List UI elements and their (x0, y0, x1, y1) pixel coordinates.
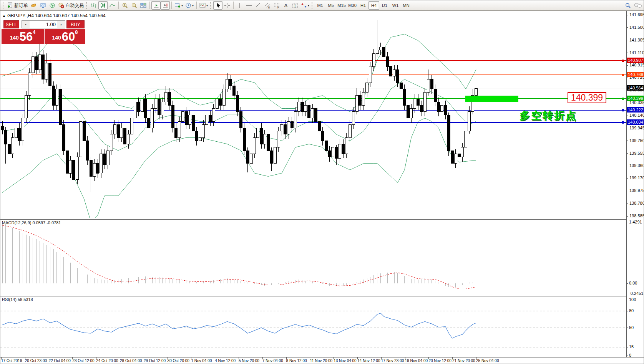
toolbar-separator (171, 2, 172, 9)
crosshair-button[interactable] (222, 1, 232, 10)
volume-input[interactable] (30, 21, 57, 28)
arrows-tool[interactable]: ▾ (300, 1, 310, 10)
rsi-panel[interactable]: RSI(14) 58.5318 (0, 296, 626, 357)
tab-w1[interactable]: W1 (390, 1, 401, 10)
price-tick-mark (627, 116, 628, 116)
channel-icon: E (264, 2, 271, 8)
fibonacci-icon: F (274, 2, 280, 8)
price-tick-mark (627, 103, 628, 103)
price-axis[interactable]: 141.695141.500141.305141.110140.915140.7… (626, 11, 644, 357)
price-tick-label: 140.140 (629, 113, 644, 117)
zoom-in-button[interactable] (120, 1, 129, 10)
sell-price-panel[interactable]: 140 56 4 (2, 29, 44, 44)
price-tick-label: 141.695 (629, 12, 644, 17)
auto-scroll-icon (153, 2, 159, 8)
toolbar-grip[interactable] (312, 2, 314, 9)
new-order-icon (7, 2, 13, 8)
time-tick-label: 5 Nov 20:00 (239, 359, 259, 363)
tab-d1[interactable]: D1 (379, 1, 390, 10)
time-tick-label: 22 Oct 04:00 (49, 359, 71, 363)
time-tick-label: 30 Oct 20:00 (168, 359, 189, 363)
chevron-down-icon: ▾ (308, 4, 309, 7)
price-level-label: 140.222 (627, 107, 644, 113)
line-chart-button[interactable] (108, 1, 117, 10)
tab-m5[interactable]: M5 (325, 1, 336, 10)
periods-button[interactable]: ▾ (184, 1, 195, 10)
auto-scroll-button[interactable] (151, 1, 161, 10)
eraser-button[interactable] (29, 1, 38, 10)
tab-h1[interactable]: H1 (358, 1, 368, 10)
price-tick-mark (627, 65, 628, 66)
tab-h4[interactable]: H4 (368, 1, 379, 10)
indicators-button[interactable]: ▾ (198, 1, 209, 10)
zoom-out-button[interactable] (129, 1, 139, 10)
price-callout-label[interactable]: 140.399 (568, 92, 606, 103)
tab-m15[interactable]: M15 (336, 1, 347, 10)
chart-window-button[interactable] (38, 1, 48, 10)
buy-price-panel[interactable]: 140 60 8 (45, 29, 85, 44)
macd-axis-label: 0.00 (629, 281, 637, 285)
time-tick-label: 20 Nov 12:00 (428, 359, 451, 363)
tile-windows-button[interactable] (139, 1, 148, 10)
new-chart-icon (174, 2, 181, 8)
signals-button[interactable] (48, 1, 57, 10)
macd-panel[interactable]: MACD(12,26,9) 0.0597 -0.0781 (0, 220, 626, 294)
rsi-tick-mark (627, 328, 628, 328)
tab-mn[interactable]: MN (401, 1, 412, 10)
volume-spinner: ▼ ▲ (22, 20, 65, 28)
trendline-tool[interactable] (254, 1, 263, 10)
chat-icon (634, 2, 642, 8)
symbol-ohlc-info: GBPJPY-,H4 140.604 140.607 140.554 140.5… (7, 13, 106, 18)
auto-trading-button[interactable]: 自动交易 (57, 1, 85, 10)
tab-m30[interactable]: M30 (347, 1, 358, 10)
buy-price-big: 60 (62, 31, 75, 43)
volume-decrease-button[interactable]: ▼ (22, 21, 30, 28)
chevron-down-icon: ▾ (206, 4, 208, 7)
candlestick-chart-icon (100, 2, 106, 8)
rsi-axis-label: 15 (629, 344, 634, 349)
macd-label: MACD(12,26,9) 0.0597 -0.0781 (2, 220, 61, 225)
tab-m1[interactable]: M1 (315, 1, 325, 10)
macd-axis-label: 1.4291 (629, 220, 642, 224)
toolbar-grip[interactable] (3, 2, 5, 9)
text-label-icon: T (292, 2, 298, 8)
cursor-button[interactable] (213, 1, 222, 10)
time-axis[interactable]: 17 Oct 201920 Oct 23:0022 Oct 04:0023 Oc… (0, 357, 644, 364)
chevron-down-icon: ▾ (192, 4, 194, 7)
rsi-tick-mark (627, 300, 628, 300)
text-tool[interactable]: A (281, 1, 290, 10)
auto-trading-label: 自动交易 (65, 2, 84, 9)
candlestick-chart-button[interactable] (98, 1, 108, 10)
new-chart-button[interactable]: ▾ (173, 1, 184, 10)
toolbar-separator (149, 2, 150, 9)
sell-button[interactable]: SELL (3, 20, 19, 28)
chat-button[interactable] (632, 1, 643, 10)
price-tick-label: 141.305 (629, 38, 644, 42)
trading-terminal-window: 新订单 自动交易 ▾ ▾ ▾ E F A T ▾ (0, 0, 644, 364)
price-tick-mark (627, 191, 628, 191)
channel-tool[interactable]: E (263, 1, 272, 10)
fibonacci-tool[interactable]: F (272, 1, 281, 10)
price-chart-panel[interactable]: ▲ GBPJPY-,H4 140.604 140.607 140.554 140… (0, 11, 626, 218)
rsi-axis-label: 50 (629, 325, 634, 330)
text-label-tool[interactable]: T (290, 1, 300, 10)
toolbar-grip[interactable] (86, 2, 88, 9)
collapse-icon[interactable]: ▲ (2, 14, 6, 18)
vertical-line-tool[interactable] (235, 1, 244, 10)
price-tick-label: 140.915 (629, 63, 644, 67)
horizontal-line-tool[interactable] (244, 1, 254, 10)
price-level-label: 140.987 (627, 58, 644, 63)
chevron-down-icon: ▾ (181, 4, 183, 7)
sell-price-big: 56 (20, 31, 33, 43)
new-order-button[interactable]: 新订单 (6, 1, 29, 10)
volume-increase-button[interactable]: ▲ (57, 21, 65, 28)
macd-canvas[interactable] (0, 220, 626, 294)
bar-chart-button[interactable] (89, 1, 98, 10)
buy-button[interactable]: BUY (66, 20, 85, 28)
toolbar-grip[interactable] (210, 2, 212, 9)
chart-shift-button[interactable] (161, 1, 170, 10)
annotation-text[interactable]: 多空转折点 (520, 109, 577, 122)
search-button[interactable] (623, 1, 632, 10)
rsi-canvas[interactable] (0, 296, 626, 357)
panel-separator[interactable] (0, 294, 644, 296)
